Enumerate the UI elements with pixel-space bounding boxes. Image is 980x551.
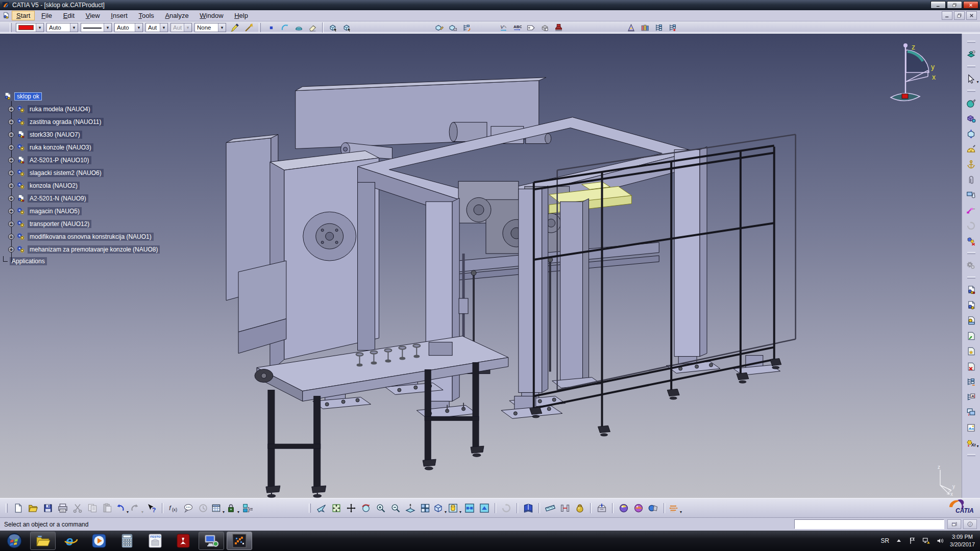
tree-item[interactable]: + ruka modela (NAUO4) — [3, 103, 172, 115]
cut-button[interactable] — [71, 502, 84, 515]
normal-view-button[interactable] — [404, 502, 417, 515]
taskbar-festo[interactable]: FESTO — [142, 532, 168, 550]
protractor-icon[interactable] — [965, 143, 978, 155]
snap-grid-button[interactable] — [669, 502, 682, 515]
chevron-down-icon[interactable]: ▾ — [160, 23, 167, 32]
expand-icon[interactable]: + — [8, 246, 14, 253]
tree-item[interactable]: + ruka konzole (NAUO3) — [3, 141, 172, 154]
dialog-toggle-button[interactable] — [947, 519, 961, 529]
formula-button[interactable] — [167, 502, 180, 515]
tree-label[interactable]: Applications — [10, 257, 47, 265]
tree-item[interactable]: + konzola (NAUO2) — [3, 179, 172, 192]
toolbar-handle[interactable] — [967, 41, 975, 43]
arc-arrow-icon[interactable] — [279, 22, 291, 33]
chevron-down-icon[interactable]: ▾ — [70, 23, 78, 32]
expand-icon[interactable]: + — [8, 106, 14, 112]
toolbar-handle[interactable] — [259, 23, 261, 32]
hide-show-button[interactable] — [463, 502, 476, 515]
3d-viewport[interactable]: sklop ok + ruka modela (NAUO4) + zastitn… — [0, 34, 962, 498]
taskbar-calculator[interactable] — [114, 532, 140, 550]
swap-visible-space-button[interactable] — [478, 502, 491, 515]
speaker-icon[interactable] — [936, 537, 944, 545]
paint-properties-icon[interactable] — [229, 22, 241, 33]
expand-icon[interactable]: + — [8, 234, 14, 240]
expand-icon[interactable]: + — [8, 157, 14, 163]
copy-properties-wand-icon[interactable] — [242, 22, 255, 33]
eraser-icon[interactable] — [306, 22, 318, 33]
line-type-combo[interactable]: ▾ — [81, 23, 112, 32]
lock-button[interactable] — [226, 502, 239, 515]
mdi-restore-button[interactable] — [954, 11, 965, 20]
existing-component-positioned-button[interactable] — [965, 345, 978, 357]
new-product-button[interactable] — [965, 299, 978, 311]
tree-label[interactable]: stork330 (NAUO7) — [28, 131, 82, 139]
info-button[interactable] — [963, 519, 977, 529]
replace-component-button[interactable] — [965, 360, 978, 372]
tree-item[interactable]: + stork330 (NAUO7) — [3, 128, 172, 141]
menu-item[interactable]: Edit — [59, 11, 79, 20]
toolbar-handle[interactable] — [967, 252, 975, 254]
shape-3d-icon[interactable] — [538, 22, 551, 33]
manage-representations-button[interactable] — [965, 421, 978, 434]
menu-item[interactable]: Help — [230, 11, 253, 20]
tree-item[interactable]: + modifikovana osnovna konstrukcija (NAU… — [3, 230, 172, 243]
tree-label[interactable]: magacin (NAUO5) — [28, 207, 82, 215]
fly-mode-button[interactable] — [315, 502, 328, 515]
new-part-button[interactable] — [965, 284, 978, 296]
multi-instantiation-button[interactable] — [965, 437, 978, 449]
taskbar-media-player[interactable] — [86, 532, 112, 550]
tree-label[interactable]: A2-5201-N (NAUO9) — [28, 194, 88, 203]
select-box-alt-icon[interactable] — [341, 22, 353, 33]
print-button[interactable] — [56, 502, 69, 515]
tree-label[interactable]: mehanizam za premotavanje konzole (NAUO8… — [28, 245, 160, 254]
render-material-button[interactable] — [632, 502, 645, 515]
select-cursor-button[interactable] — [965, 72, 978, 85]
color-combo[interactable]: ▾ — [16, 23, 44, 32]
rotate-button[interactable] — [359, 502, 373, 515]
tree-item[interactable]: + magacin (NAUO5) — [3, 205, 172, 217]
tree-label[interactable]: slagacki sistem2 (NAUO6) — [28, 169, 104, 177]
menu-item[interactable]: Start — [12, 11, 35, 20]
gears-icon[interactable] — [965, 259, 978, 271]
chevron-down-icon[interactable]: ▾ — [104, 23, 111, 32]
expand-icon[interactable]: + — [8, 208, 14, 214]
chevron-down-icon[interactable]: ▾ — [218, 23, 226, 32]
expand-icon[interactable]: + — [8, 119, 14, 125]
multi-view-button[interactable] — [419, 502, 432, 515]
tree-root[interactable]: sklop ok — [3, 90, 172, 103]
flask-panel-icon[interactable] — [965, 189, 978, 201]
paint-tubes-icon[interactable] — [639, 22, 651, 33]
taskbar-catia[interactable] — [227, 532, 252, 550]
redo-button[interactable] — [130, 502, 143, 515]
transparency-combo[interactable]: Auto ▾ — [46, 23, 78, 32]
magenta-snap-icon[interactable] — [965, 204, 978, 216]
expand-icon[interactable]: + — [8, 132, 14, 138]
surface-blob-icon[interactable] — [292, 22, 305, 33]
action-center-flag-icon[interactable] — [909, 537, 917, 545]
undo-button[interactable] — [115, 502, 129, 515]
tree-item[interactable]: + slagacki sistem2 (NAUO6) — [3, 166, 172, 179]
start-button[interactable] — [1, 531, 28, 550]
tree-label[interactable]: A2-5201-P (NAUO10) — [28, 156, 91, 164]
tree-label[interactable]: konzola (NAUO2) — [28, 182, 80, 190]
mdi-minimize-button[interactable] — [942, 11, 952, 20]
taskbar-remote-desktop[interactable] — [199, 532, 224, 550]
gears-x-icon[interactable] — [965, 235, 978, 247]
language-indicator[interactable]: SR — [880, 537, 889, 544]
teal-pencil-icon[interactable] — [965, 97, 978, 109]
tree-structure-alt-icon[interactable] — [666, 22, 678, 33]
mdi-close-button[interactable] — [966, 11, 977, 20]
menu-item[interactable]: View — [81, 11, 105, 20]
toolbar-handle[interactable] — [967, 65, 975, 67]
measure-between-button[interactable] — [558, 502, 572, 515]
layer-combo[interactable]: None ▾ — [194, 23, 226, 32]
paste-button[interactable] — [101, 502, 114, 515]
show-hidden-icons-button[interactable] — [895, 537, 903, 545]
expand-icon[interactable]: + — [8, 183, 14, 189]
update-button[interactable] — [500, 502, 513, 515]
tree-reorder-button[interactable] — [965, 375, 978, 388]
view-compass[interactable]: z y x — [889, 41, 940, 105]
tree-item[interactable]: + A2-5201-P (NAUO10) — [3, 154, 172, 166]
component-edit-icon[interactable] — [447, 22, 459, 33]
tree-item[interactable]: + mehanizam za premotavanje konzole (NAU… — [3, 243, 172, 256]
